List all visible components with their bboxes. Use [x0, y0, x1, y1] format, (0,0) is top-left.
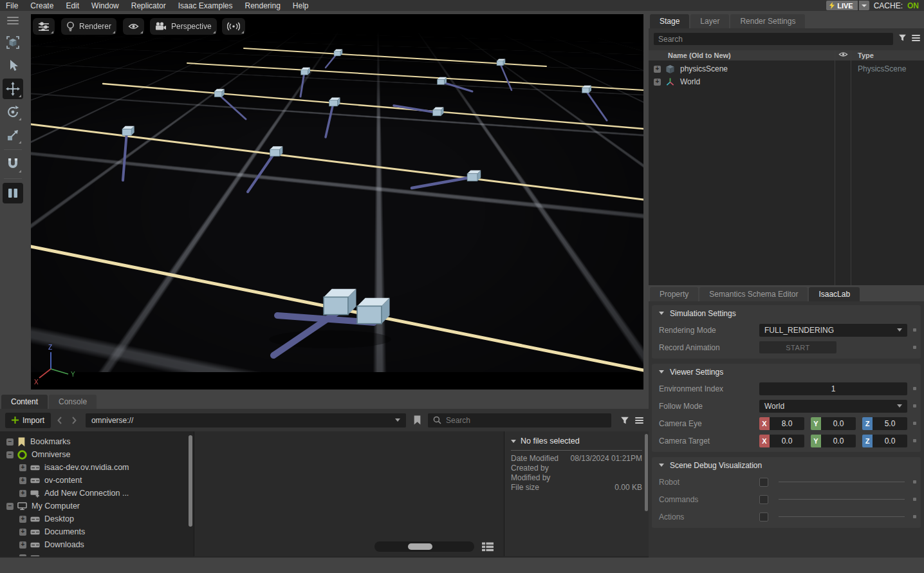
commands-checkbox[interactable]	[759, 495, 768, 504]
bookmark-icon[interactable]	[410, 415, 424, 425]
tab-property[interactable]: Property	[650, 287, 698, 301]
start-recording-button[interactable]: START	[759, 341, 836, 353]
details-scrollbar[interactable]	[645, 434, 648, 511]
scale-tool-button[interactable]	[3, 125, 23, 146]
actions-checkbox[interactable]	[759, 512, 768, 521]
tab-semantics-schema-editor[interactable]: Semantics Schema Editor	[699, 287, 808, 301]
stage-options-icon[interactable]	[912, 33, 920, 42]
thumbnail-size-slider[interactable]	[374, 541, 474, 552]
tree-item-add-new-connection[interactable]: + Add New Connection ...	[0, 487, 194, 500]
rendering-mode-dropdown[interactable]: FULL_RENDERING	[759, 324, 907, 337]
menu-window[interactable]: Window	[91, 1, 119, 10]
reset-indicator-dot[interactable]	[913, 480, 916, 484]
section-header[interactable]: Simulation Settings	[652, 305, 921, 321]
column-name[interactable]: Name (Old to New)	[649, 52, 731, 59]
camera-target-z-field[interactable]: 0.0	[873, 435, 907, 447]
slider-thumb[interactable]	[408, 543, 432, 550]
live-session-button[interactable]	[222, 18, 245, 35]
tree-item-downloads[interactable]: + Downloads	[0, 538, 194, 551]
expand-toggle[interactable]: −	[6, 451, 14, 458]
view-mode-icon[interactable]	[482, 542, 494, 552]
rotate-tool-button[interactable]	[3, 102, 23, 122]
tab-isaaclab[interactable]: IsaacLab	[809, 287, 860, 301]
section-header[interactable]: Viewer Settings	[652, 364, 921, 380]
live-sync-button[interactable]: LIVE	[826, 1, 857, 10]
details-header[interactable]: No files selected	[511, 437, 642, 446]
renderer-button[interactable]: Renderer	[61, 18, 116, 35]
viewport-settings-button[interactable]	[33, 18, 55, 35]
live-dropdown-button[interactable]	[859, 1, 869, 10]
tab-console[interactable]: Console	[49, 395, 97, 409]
expand-toggle[interactable]: +	[19, 477, 26, 484]
expand-toggle[interactable]: −	[6, 503, 14, 510]
visibility-column-eye-icon[interactable]	[838, 51, 848, 58]
tree-item-desktop[interactable]: + Desktop	[0, 512, 194, 525]
content-options-icon[interactable]	[635, 416, 643, 425]
reset-indicator-dot[interactable]	[913, 439, 916, 442]
column-type[interactable]: Type	[858, 52, 874, 59]
viewport-3d[interactable]: Z Y X	[31, 14, 643, 390]
menu-isaac-examples[interactable]: Isaac Examples	[178, 1, 233, 10]
menu-file[interactable]: File	[6, 1, 18, 10]
tab-content[interactable]: Content	[1, 395, 48, 409]
camera-eye-z-field[interactable]: 5.0	[873, 417, 907, 430]
reset-indicator-dot[interactable]	[913, 422, 916, 425]
reset-indicator-dot[interactable]	[913, 346, 916, 349]
expand-toggle[interactable]: −	[19, 554, 26, 557]
menu-replicator[interactable]: Replicator	[131, 1, 166, 10]
stage-search-input[interactable]: Search	[654, 33, 893, 45]
tree-item-ov-content[interactable]: + ov-content	[0, 474, 194, 487]
reset-indicator-dot[interactable]	[913, 387, 916, 390]
menu-create[interactable]: Create	[30, 1, 53, 10]
tab-render-settings[interactable]: Render Settings	[730, 14, 805, 28]
section-header[interactable]: Scene Debug Visualization	[652, 457, 921, 473]
pause-button[interactable]	[3, 183, 23, 203]
reset-indicator-dot[interactable]	[913, 328, 916, 332]
follow-mode-dropdown[interactable]: World	[759, 400, 907, 413]
tree-item-my-computer[interactable]: − My Computer	[0, 500, 194, 512]
tree-item-bookmarks[interactable]: − Bookmarks	[0, 435, 194, 448]
camera-target-y-field[interactable]: 0.0	[821, 435, 856, 447]
snap-tool-button[interactable]	[3, 154, 23, 174]
forward-button[interactable]	[69, 415, 79, 426]
expand-toggle[interactable]: +	[19, 490, 26, 497]
tab-stage[interactable]: Stage	[650, 14, 689, 28]
filter-icon[interactable]	[898, 33, 907, 42]
camera-target-x-field[interactable]: 0.0	[770, 435, 804, 447]
tree-scrollbar[interactable]	[189, 435, 192, 527]
reset-indicator-dot[interactable]	[913, 404, 916, 408]
camera-eye-y-field[interactable]: 0.0	[821, 417, 856, 430]
menu-help[interactable]: Help	[293, 1, 309, 10]
expand-toggle[interactable]: +	[19, 464, 26, 471]
expand-toggle[interactable]: +	[654, 79, 661, 86]
expand-toggle[interactable]: −	[6, 438, 14, 446]
reset-indicator-dot[interactable]	[913, 498, 916, 501]
tree-item-isaac-dev[interactable]: + isaac-dev.ov.nvidia.com	[0, 461, 194, 474]
cursor-select-button[interactable]	[3, 55, 23, 76]
filter-icon[interactable]	[620, 416, 629, 425]
select-mode-button[interactable]	[3, 32, 23, 53]
tab-layer[interactable]: Layer	[690, 14, 729, 28]
content-search-input[interactable]: Search	[428, 413, 611, 427]
expand-toggle[interactable]: +	[19, 529, 26, 536]
tree-item-partial[interactable]: −	[0, 551, 194, 556]
toolbar-drag-handle-icon[interactable]	[7, 14, 19, 31]
viewport-scene[interactable]: Z Y X	[31, 14, 643, 390]
tree-item-documents[interactable]: + Documents	[0, 525, 194, 538]
axis-gizmo[interactable]: Z Y X	[31, 339, 89, 390]
robot-checkbox[interactable]	[759, 478, 768, 487]
move-tool-button[interactable]	[3, 79, 23, 99]
menu-rendering[interactable]: Rendering	[245, 1, 280, 10]
stage-row-physicsscene[interactable]: + physicsScene PhysicsScene	[649, 62, 924, 75]
expand-toggle[interactable]: +	[654, 66, 661, 73]
menu-edit[interactable]: Edit	[66, 1, 79, 10]
expand-toggle[interactable]: +	[19, 541, 26, 549]
camera-eye-x-field[interactable]: 8.0	[770, 417, 804, 430]
environment-index-field[interactable]: 1	[759, 382, 907, 395]
stage-row-world[interactable]: + World	[649, 75, 924, 88]
visibility-button[interactable]	[123, 18, 144, 35]
file-grid-area[interactable]	[194, 431, 504, 556]
back-button[interactable]	[55, 415, 65, 426]
path-input[interactable]: omniverse://	[86, 413, 406, 427]
import-button[interactable]: Import	[5, 413, 51, 428]
